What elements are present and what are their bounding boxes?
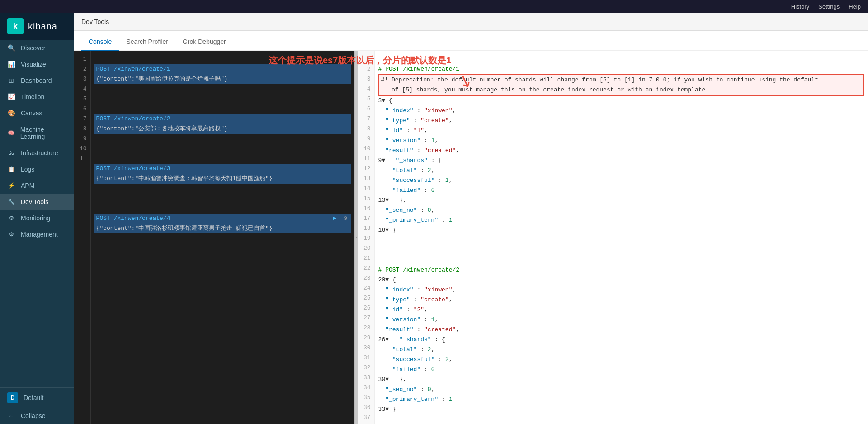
output-content: # POST /xinwen/create/1#! Deprecation: t… <box>375 51 868 424</box>
kibana-logo-icon: k <box>7 18 24 34</box>
tabs-bar: Console Search Profiler Grok Debugger <box>74 31 868 51</box>
sidebar-item-apm[interactable]: ⚡ APM <box>0 177 74 194</box>
run-button[interactable]: ▶ <box>333 214 336 224</box>
infrastructure-icon: 🖧 <box>7 150 15 156</box>
canvas-icon: 🎨 <box>7 110 15 117</box>
line-numbers-right: 1234567891011121314151617181920212223242… <box>358 51 375 424</box>
management-icon: ⚙ <box>7 231 15 238</box>
history-link[interactable]: History <box>791 3 809 10</box>
apm-icon: ⚡ <box>7 182 15 189</box>
discover-icon: 🔍 <box>7 44 15 52</box>
tab-console[interactable]: Console <box>81 33 119 51</box>
right-panel: 1234567891011121314151617181920212223242… <box>358 51 868 424</box>
collapse-button[interactable]: ← Collapse <box>0 408 74 424</box>
machine-learning-icon: 🧠 <box>7 130 15 136</box>
sidebar-item-timelion[interactable]: 📈 Timelion <box>0 89 74 105</box>
dev-tools-icon: 🔧 <box>7 199 15 205</box>
sidebar-item-logs[interactable]: 📋 Logs <box>0 161 74 177</box>
settings-button[interactable]: ⚙ <box>344 214 347 224</box>
editor-area: 这个提示是说es7版本以后，分片的默认数是1 ↘ 1234567891011 P… <box>74 51 868 424</box>
line-numbers-left: 1234567891011 <box>74 51 91 424</box>
dev-tools-header: Dev Tools <box>74 13 868 31</box>
visualize-icon: 📊 <box>7 61 15 68</box>
timelion-icon: 📈 <box>7 93 15 100</box>
tab-grok-debugger[interactable]: Grok Debugger <box>175 33 233 51</box>
output-editor[interactable]: 1234567891011121314151617181920212223242… <box>358 51 868 424</box>
tab-search-profiler[interactable]: Search Profiler <box>119 33 175 51</box>
settings-link[interactable]: Settings <box>818 3 840 10</box>
monitoring-icon: ⚙ <box>7 215 15 221</box>
sidebar-item-infrastructure[interactable]: 🖧 Infrastructure <box>0 145 74 161</box>
sidebar-logo[interactable]: k kibana <box>0 13 74 40</box>
dashboard-icon: ⊞ <box>7 77 15 84</box>
sidebar-item-machine-learning[interactable]: 🧠 Machine Learning <box>0 121 74 145</box>
logs-icon: 📋 <box>7 166 15 172</box>
sidebar-item-canvas[interactable]: 🎨 Canvas <box>0 105 74 121</box>
sidebar: k kibana 🔍 Discover 📊 Visualize ⊞ Dashbo… <box>0 13 74 424</box>
sidebar-item-visualize[interactable]: 📊 Visualize <box>0 56 74 72</box>
output-line-comment1: # POST /xinwen/create/1 <box>378 64 864 74</box>
sidebar-item-discover[interactable]: 🔍 Discover <box>0 40 74 56</box>
page-title: Dev Tools <box>81 18 109 25</box>
content-area: Dev Tools Console Search Profiler Grok D… <box>74 13 868 424</box>
help-link[interactable]: Help <box>849 3 861 10</box>
user-avatar: D <box>7 392 18 403</box>
output-deprecation-box: #! Deprecation: the default number of sh… <box>378 74 864 96</box>
collapse-icon: ← <box>7 412 15 419</box>
code-editor[interactable]: 1234567891011 POST /xinwen/create/1{"con… <box>74 51 354 424</box>
sidebar-item-monitoring[interactable]: ⚙ Monitoring <box>0 210 74 226</box>
sidebar-bottom: D Default ← Collapse <box>0 387 74 424</box>
sidebar-item-dev-tools[interactable]: 🔧 Dev Tools <box>0 194 74 210</box>
collapse-label: Collapse <box>21 412 45 419</box>
user-name: Default <box>24 394 43 401</box>
left-panel: 1234567891011 POST /xinwen/create/1{"con… <box>74 51 354 424</box>
sidebar-nav: 🔍 Discover 📊 Visualize ⊞ Dashboard 📈 Tim… <box>0 40 74 387</box>
kibana-logo-text: kibana <box>28 21 57 32</box>
panel-splitter[interactable]: ⋮ <box>354 51 358 424</box>
user-profile[interactable]: D Default <box>0 388 74 408</box>
sidebar-item-dashboard[interactable]: ⊞ Dashboard <box>0 72 74 89</box>
sidebar-item-management[interactable]: ⚙ Management <box>0 226 74 243</box>
code-content-left[interactable]: POST /xinwen/create/1{"content":"美国留给伊拉克… <box>91 51 354 424</box>
